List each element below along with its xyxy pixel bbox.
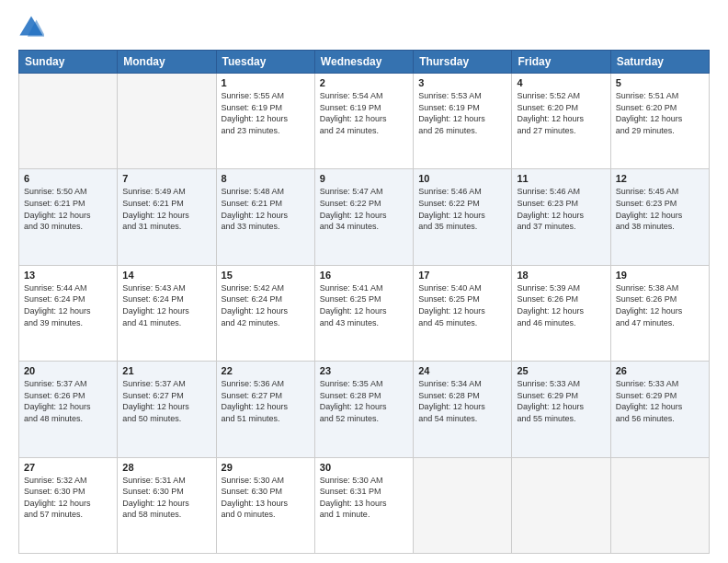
day-info: Sunrise: 5:48 AM Sunset: 6:21 PM Dayligh…	[222, 186, 310, 232]
calendar-cell: 25Sunrise: 5:33 AM Sunset: 6:29 PM Dayli…	[512, 362, 610, 457]
day-info: Sunrise: 5:53 AM Sunset: 6:19 PM Dayligh…	[418, 90, 506, 136]
day-number: 14	[122, 270, 210, 281]
calendar-cell: 30Sunrise: 5:30 AM Sunset: 6:31 PM Dayli…	[314, 457, 413, 553]
day-info: Sunrise: 5:46 AM Sunset: 6:22 PM Dayligh…	[418, 186, 506, 232]
day-number: 22	[222, 365, 310, 376]
calendar-cell: 7Sunrise: 5:49 AM Sunset: 6:21 PM Daylig…	[118, 169, 216, 265]
calendar-cell: 19Sunrise: 5:38 AM Sunset: 6:26 PM Dayli…	[610, 265, 709, 361]
calendar-week-5: 27Sunrise: 5:32 AM Sunset: 6:30 PM Dayli…	[19, 457, 710, 553]
day-number: 3	[418, 77, 506, 88]
day-info: Sunrise: 5:39 AM Sunset: 6:26 PM Dayligh…	[517, 282, 605, 328]
calendar-cell	[610, 457, 709, 553]
day-info: Sunrise: 5:33 AM Sunset: 6:29 PM Dayligh…	[616, 378, 704, 424]
weekday-header-tuesday: Tuesday	[216, 51, 314, 74]
day-number: 21	[122, 365, 210, 376]
weekday-header-friday: Friday	[512, 51, 610, 74]
calendar-cell: 13Sunrise: 5:44 AM Sunset: 6:24 PM Dayli…	[19, 265, 118, 361]
day-info: Sunrise: 5:49 AM Sunset: 6:21 PM Dayligh…	[122, 186, 210, 232]
day-info: Sunrise: 5:55 AM Sunset: 6:19 PM Dayligh…	[222, 90, 310, 136]
day-info: Sunrise: 5:44 AM Sunset: 6:24 PM Dayligh…	[24, 282, 112, 328]
day-number: 1	[222, 77, 310, 88]
day-number: 13	[24, 270, 112, 281]
calendar: SundayMondayTuesdayWednesdayThursdayFrid…	[18, 50, 710, 554]
day-number: 20	[24, 365, 112, 376]
day-number: 11	[517, 173, 605, 184]
day-info: Sunrise: 5:34 AM Sunset: 6:28 PM Dayligh…	[418, 378, 506, 424]
day-info: Sunrise: 5:30 AM Sunset: 6:30 PM Dayligh…	[222, 475, 310, 521]
day-info: Sunrise: 5:37 AM Sunset: 6:27 PM Dayligh…	[122, 378, 210, 424]
weekday-header-sunday: Sunday	[19, 51, 118, 74]
calendar-cell	[118, 74, 216, 169]
day-info: Sunrise: 5:51 AM Sunset: 6:20 PM Dayligh…	[616, 90, 704, 136]
calendar-cell: 2Sunrise: 5:54 AM Sunset: 6:19 PM Daylig…	[314, 74, 413, 169]
day-number: 17	[418, 270, 506, 281]
calendar-cell: 29Sunrise: 5:30 AM Sunset: 6:30 PM Dayli…	[216, 457, 314, 553]
calendar-cell	[414, 457, 512, 553]
day-info: Sunrise: 5:41 AM Sunset: 6:25 PM Dayligh…	[320, 282, 408, 328]
day-info: Sunrise: 5:32 AM Sunset: 6:30 PM Dayligh…	[24, 475, 112, 521]
day-number: 16	[320, 270, 408, 281]
calendar-cell: 12Sunrise: 5:45 AM Sunset: 6:23 PM Dayli…	[610, 169, 709, 265]
calendar-cell: 22Sunrise: 5:36 AM Sunset: 6:27 PM Dayli…	[216, 362, 314, 457]
weekday-row: SundayMondayTuesdayWednesdayThursdayFrid…	[19, 51, 710, 74]
day-number: 10	[418, 173, 506, 184]
calendar-cell: 15Sunrise: 5:42 AM Sunset: 6:24 PM Dayli…	[216, 265, 314, 361]
day-number: 24	[418, 365, 506, 376]
calendar-cell: 28Sunrise: 5:31 AM Sunset: 6:30 PM Dayli…	[118, 457, 216, 553]
calendar-cell: 3Sunrise: 5:53 AM Sunset: 6:19 PM Daylig…	[414, 74, 512, 169]
day-number: 12	[616, 173, 704, 184]
day-number: 7	[122, 173, 210, 184]
calendar-cell: 14Sunrise: 5:43 AM Sunset: 6:24 PM Dayli…	[118, 265, 216, 361]
calendar-cell: 11Sunrise: 5:46 AM Sunset: 6:23 PM Dayli…	[512, 169, 610, 265]
calendar-cell: 10Sunrise: 5:46 AM Sunset: 6:22 PM Dayli…	[414, 169, 512, 265]
day-number: 23	[320, 365, 408, 376]
calendar-cell: 26Sunrise: 5:33 AM Sunset: 6:29 PM Dayli…	[610, 362, 709, 457]
calendar-body: 1Sunrise: 5:55 AM Sunset: 6:19 PM Daylig…	[19, 74, 710, 554]
day-info: Sunrise: 5:52 AM Sunset: 6:20 PM Dayligh…	[517, 90, 605, 136]
calendar-cell: 4Sunrise: 5:52 AM Sunset: 6:20 PM Daylig…	[512, 74, 610, 169]
calendar-week-3: 13Sunrise: 5:44 AM Sunset: 6:24 PM Dayli…	[19, 265, 710, 361]
day-info: Sunrise: 5:40 AM Sunset: 6:25 PM Dayligh…	[418, 282, 506, 328]
day-info: Sunrise: 5:50 AM Sunset: 6:21 PM Dayligh…	[24, 186, 112, 232]
day-info: Sunrise: 5:35 AM Sunset: 6:28 PM Dayligh…	[320, 378, 408, 424]
calendar-cell: 18Sunrise: 5:39 AM Sunset: 6:26 PM Dayli…	[512, 265, 610, 361]
calendar-cell: 6Sunrise: 5:50 AM Sunset: 6:21 PM Daylig…	[19, 169, 118, 265]
calendar-cell: 8Sunrise: 5:48 AM Sunset: 6:21 PM Daylig…	[216, 169, 314, 265]
day-number: 2	[320, 77, 408, 88]
day-info: Sunrise: 5:43 AM Sunset: 6:24 PM Dayligh…	[122, 282, 210, 328]
day-info: Sunrise: 5:45 AM Sunset: 6:23 PM Dayligh…	[616, 186, 704, 232]
day-number: 26	[616, 365, 704, 376]
day-info: Sunrise: 5:31 AM Sunset: 6:30 PM Dayligh…	[122, 475, 210, 521]
calendar-cell: 27Sunrise: 5:32 AM Sunset: 6:30 PM Dayli…	[19, 457, 118, 553]
weekday-header-saturday: Saturday	[610, 51, 709, 74]
day-info: Sunrise: 5:46 AM Sunset: 6:23 PM Dayligh…	[517, 186, 605, 232]
calendar-cell: 1Sunrise: 5:55 AM Sunset: 6:19 PM Daylig…	[216, 74, 314, 169]
day-info: Sunrise: 5:30 AM Sunset: 6:31 PM Dayligh…	[320, 475, 408, 521]
day-info: Sunrise: 5:33 AM Sunset: 6:29 PM Dayligh…	[517, 378, 605, 424]
day-number: 27	[24, 462, 112, 473]
calendar-week-4: 20Sunrise: 5:37 AM Sunset: 6:26 PM Dayli…	[19, 362, 710, 457]
logo-icon	[18, 15, 44, 40]
calendar-cell: 20Sunrise: 5:37 AM Sunset: 6:26 PM Dayli…	[19, 362, 118, 457]
day-info: Sunrise: 5:42 AM Sunset: 6:24 PM Dayligh…	[222, 282, 310, 328]
calendar-cell: 21Sunrise: 5:37 AM Sunset: 6:27 PM Dayli…	[118, 362, 216, 457]
day-number: 28	[122, 462, 210, 473]
page: SundayMondayTuesdayWednesdayThursdayFrid…	[0, 0, 728, 563]
day-number: 29	[222, 462, 310, 473]
day-info: Sunrise: 5:38 AM Sunset: 6:26 PM Dayligh…	[616, 282, 704, 328]
weekday-header-thursday: Thursday	[414, 51, 512, 74]
day-number: 18	[517, 270, 605, 281]
weekday-header-monday: Monday	[118, 51, 216, 74]
calendar-cell	[512, 457, 610, 553]
calendar-week-2: 6Sunrise: 5:50 AM Sunset: 6:21 PM Daylig…	[19, 169, 710, 265]
calendar-week-1: 1Sunrise: 5:55 AM Sunset: 6:19 PM Daylig…	[19, 74, 710, 169]
day-number: 19	[616, 270, 704, 281]
calendar-header: SundayMondayTuesdayWednesdayThursdayFrid…	[19, 51, 710, 74]
day-number: 5	[616, 77, 704, 88]
day-number: 15	[222, 270, 310, 281]
day-number: 6	[24, 173, 112, 184]
calendar-cell: 5Sunrise: 5:51 AM Sunset: 6:20 PM Daylig…	[610, 74, 709, 169]
day-info: Sunrise: 5:36 AM Sunset: 6:27 PM Dayligh…	[222, 378, 310, 424]
day-number: 30	[320, 462, 408, 473]
day-number: 4	[517, 77, 605, 88]
